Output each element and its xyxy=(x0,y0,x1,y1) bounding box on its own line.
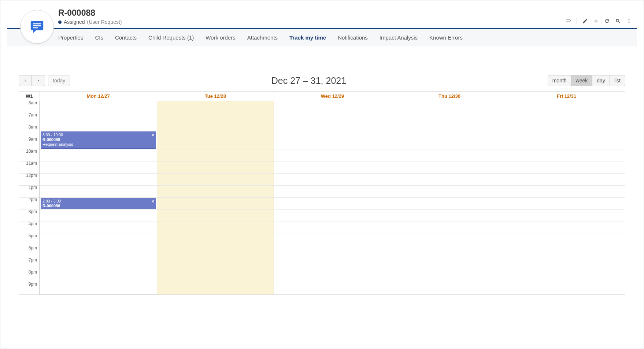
time-slot[interactable] xyxy=(157,149,274,161)
time-slot[interactable] xyxy=(391,149,508,161)
refresh-button[interactable] xyxy=(602,16,612,26)
tab-impact-analysis[interactable]: Impact Analysis xyxy=(380,34,418,41)
time-slot[interactable] xyxy=(157,113,274,125)
time-slot[interactable] xyxy=(157,137,274,149)
time-slot[interactable] xyxy=(391,125,508,137)
calendar-event[interactable]: 2:00 - 3:00R-000088Analyse customer answ… xyxy=(41,198,156,209)
day-column[interactable] xyxy=(157,101,274,294)
time-slot[interactable] xyxy=(391,270,508,282)
view-day-button[interactable]: day xyxy=(592,75,610,86)
time-slot[interactable] xyxy=(274,282,391,294)
add-button[interactable] xyxy=(591,16,601,26)
time-slot[interactable] xyxy=(508,270,625,282)
time-slot[interactable] xyxy=(40,270,157,282)
time-slot[interactable] xyxy=(274,246,391,258)
view-month-button[interactable]: month xyxy=(548,75,571,86)
time-slot[interactable] xyxy=(40,101,157,113)
time-slot[interactable] xyxy=(40,161,157,174)
time-slot[interactable] xyxy=(391,210,508,222)
time-slot[interactable] xyxy=(391,258,508,270)
view-list-button[interactable]: list xyxy=(610,75,625,86)
time-slot[interactable] xyxy=(157,246,274,258)
time-slot[interactable] xyxy=(508,246,625,258)
tab-track-my-time[interactable]: Track my time xyxy=(289,34,326,41)
next-button[interactable] xyxy=(32,75,45,86)
prev-button[interactable] xyxy=(19,75,32,86)
tab-child-requests-1[interactable]: Child Requests (1) xyxy=(148,34,194,41)
time-slot[interactable] xyxy=(508,210,625,222)
tab-notifications[interactable]: Notifications xyxy=(338,34,368,41)
time-slot[interactable] xyxy=(391,161,508,174)
time-slot[interactable] xyxy=(40,113,157,125)
time-slot[interactable] xyxy=(391,101,508,113)
more-button[interactable] xyxy=(624,16,634,26)
time-slot[interactable] xyxy=(274,113,391,125)
time-slot[interactable] xyxy=(508,101,625,113)
time-slot[interactable] xyxy=(508,161,625,174)
calendar-event[interactable]: 8:30 - 10:00R-000088Request analysis× xyxy=(41,131,156,149)
tab-properties[interactable]: Properties xyxy=(58,34,83,41)
time-slot[interactable] xyxy=(157,234,274,246)
time-slot[interactable] xyxy=(508,186,625,198)
day-column[interactable] xyxy=(508,101,625,294)
time-slot[interactable] xyxy=(391,137,508,149)
time-slot[interactable] xyxy=(274,222,391,234)
tab-cis[interactable]: CIs xyxy=(95,34,103,41)
day-column[interactable] xyxy=(391,101,508,294)
time-slot[interactable] xyxy=(508,174,625,186)
time-slot[interactable] xyxy=(508,234,625,246)
time-slot[interactable] xyxy=(391,113,508,125)
time-slot[interactable] xyxy=(274,210,391,222)
time-slot[interactable] xyxy=(274,234,391,246)
time-slot[interactable] xyxy=(391,198,508,210)
time-slot[interactable] xyxy=(157,258,274,270)
time-slot[interactable] xyxy=(40,234,157,246)
time-slot[interactable] xyxy=(157,282,274,294)
time-slot[interactable] xyxy=(40,282,157,294)
time-slot[interactable] xyxy=(274,258,391,270)
time-slot[interactable] xyxy=(157,186,274,198)
time-slot[interactable] xyxy=(40,222,157,234)
time-slot[interactable] xyxy=(274,149,391,161)
tab-known-errors[interactable]: Known Errors xyxy=(429,34,463,41)
view-week-button[interactable]: week xyxy=(571,75,593,86)
time-slot[interactable] xyxy=(391,222,508,234)
time-slot[interactable] xyxy=(40,210,157,222)
time-slot[interactable] xyxy=(508,137,625,149)
time-slot[interactable] xyxy=(508,149,625,161)
time-slot[interactable] xyxy=(391,234,508,246)
time-slot[interactable] xyxy=(274,270,391,282)
time-slot[interactable] xyxy=(157,210,274,222)
tab-work-orders[interactable]: Work orders xyxy=(206,34,235,41)
search-button[interactable] xyxy=(613,16,623,26)
time-slot[interactable] xyxy=(391,186,508,198)
time-slot[interactable] xyxy=(508,113,625,125)
time-slot[interactable] xyxy=(157,125,274,137)
time-slot[interactable] xyxy=(40,149,157,161)
time-slot[interactable] xyxy=(508,258,625,270)
time-slot[interactable] xyxy=(157,198,274,210)
time-slot[interactable] xyxy=(508,222,625,234)
time-slot[interactable] xyxy=(391,174,508,186)
time-slot[interactable] xyxy=(508,282,625,294)
time-slot[interactable] xyxy=(274,161,391,174)
tab-attachments[interactable]: Attachments xyxy=(247,34,278,41)
tab-contacts[interactable]: Contacts xyxy=(115,34,137,41)
time-slot[interactable] xyxy=(40,186,157,198)
time-slot[interactable] xyxy=(157,101,274,113)
time-slot[interactable] xyxy=(40,258,157,270)
edit-button[interactable] xyxy=(580,16,590,26)
time-slot[interactable] xyxy=(274,198,391,210)
time-slot[interactable] xyxy=(274,137,391,149)
time-slot[interactable] xyxy=(508,198,625,210)
time-slot[interactable] xyxy=(274,174,391,186)
time-slot[interactable] xyxy=(40,174,157,186)
today-button[interactable]: today xyxy=(48,75,70,86)
time-slot[interactable] xyxy=(274,186,391,198)
time-slot[interactable] xyxy=(157,270,274,282)
settings-dropdown-button[interactable] xyxy=(563,16,574,26)
time-slot[interactable] xyxy=(157,161,274,174)
time-slot[interactable] xyxy=(274,125,391,137)
day-column[interactable] xyxy=(274,101,391,294)
time-slot[interactable] xyxy=(40,246,157,258)
